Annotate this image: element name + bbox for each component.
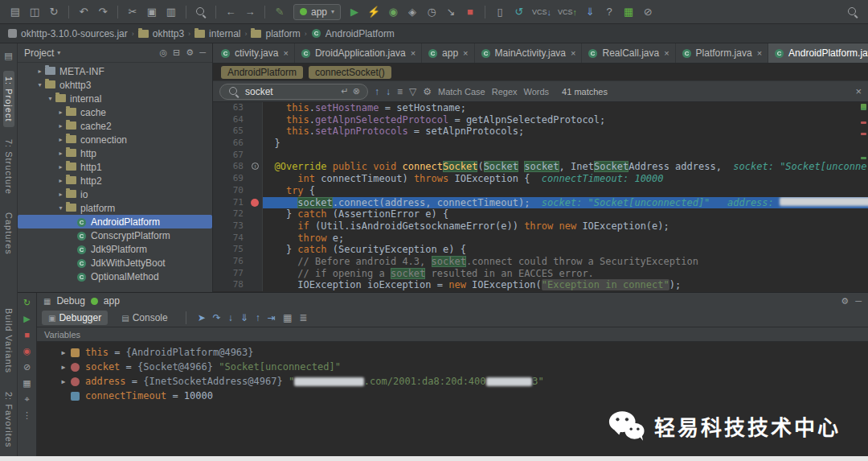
tree-item-androidplatform[interactable]: CAndroidPlatform [18,215,212,228]
editor-tab-mainactivity-java[interactable]: CMainActivity.java× [475,43,583,63]
force-step-into-icon[interactable]: ⇓ [240,312,248,323]
breakpoint-icon[interactable] [251,199,259,207]
project-panel-title[interactable]: Project [24,47,54,59]
edit-source-icon[interactable]: ✎ [271,3,289,21]
run-to-cursor-icon[interactable]: ⇥ [268,312,276,323]
stack-frames-icon[interactable]: ≣ [299,312,307,323]
error-stripe[interactable] [858,102,868,292]
tree-item-conscryptplatform[interactable]: CConscryptPlatform [18,228,212,242]
debug-title[interactable]: Debug [56,295,84,307]
evaluate-expression-icon[interactable]: ▦ [283,312,292,323]
chevron-expanded-icon[interactable]: ▾ [45,95,55,102]
chevron-collapsed-icon[interactable]: ▸ [55,191,66,198]
restore-layout-icon[interactable]: ▦ [23,378,31,388]
code-editor[interactable]: 63 this.setHostname = setHostname;64 thi… [213,102,868,292]
stripe-item-captures[interactable]: Captures [3,207,14,261]
gradle-sync-icon[interactable]: ↺ [510,3,528,21]
tree-item-platform[interactable]: ▾platform [18,201,212,215]
collapse-all-icon[interactable]: ⊟ [173,47,180,58]
breadcrumb-item[interactable]: platform [251,28,300,39]
tree-item-cache2[interactable]: ▸cache2 [18,119,212,133]
editor-tab-ctivity-java[interactable]: Cctivity.java× [215,43,295,63]
code-line[interactable]: 63 this.setHostname = setHostname; [213,102,868,114]
newline-icon[interactable]: ↵ [342,86,349,97]
tree-item-okhttp3[interactable]: ▾okhttp3 [18,78,212,92]
paste-icon[interactable]: ▥ [162,3,180,21]
settings-icon[interactable]: ⚙ [186,47,194,58]
back-icon[interactable]: ← [222,3,240,21]
variable-row[interactable]: connectTimeout = 10000 [58,389,868,403]
code-line[interactable]: 68↑ @Override public void connectSocket(… [213,161,868,173]
device-manager-icon[interactable]: ▯ [491,3,509,21]
code-line[interactable]: 64 this.getAlpnSelectedProtocol = getAlp… [213,114,868,126]
search-option-regex[interactable]: Regex [492,87,518,97]
code-line[interactable]: 66 } [213,138,868,150]
editor-tab-androidplatform-java[interactable]: CAndroidPlatform.java× [768,43,868,63]
help-icon[interactable]: ? [600,3,618,21]
sync-icon[interactable]: ↻ [45,3,63,21]
code-line[interactable]: 69 int connectTimeout) throws IOExceptio… [213,173,868,185]
filter-icon[interactable]: ▽ [409,86,416,97]
find-all-icon[interactable]: ≡ [397,86,403,97]
close-icon[interactable]: × [463,48,468,58]
search-option-match-case[interactable]: Match Case [438,87,485,97]
debug-icon[interactable]: ◉ [384,3,402,21]
debug-tab-console[interactable]: ▤Console [115,311,174,325]
close-icon[interactable]: × [664,48,669,58]
search-input[interactable]: socket↵⊗ [219,84,368,100]
stripe-item-7-structure[interactable]: 7: Structure [3,134,14,200]
chevron-collapsed-icon[interactable]: ▸ [55,177,66,184]
code-line[interactable]: 73 if (Util.isAndroidGetsocknameError(e)… [213,220,868,233]
coverage-icon[interactable]: ◈ [403,3,421,21]
mute-breakpoints-icon[interactable]: ⊘ [23,362,31,372]
code-line[interactable]: 67 [213,150,868,162]
tree-item-http2[interactable]: ▸http2 [18,174,212,187]
code-line[interactable]: 65 this.setAlpnProtocols = setAlpnProtoc… [213,126,868,138]
resume-icon[interactable]: ▶ [23,314,30,323]
step-into-icon[interactable]: ↓ [228,312,233,323]
breadcrumb-item[interactable]: CAndroidPlatform [311,28,395,39]
tree-item-http1[interactable]: ▸http1 [18,160,212,174]
apply-changes-icon[interactable]: ⚡ [365,3,383,21]
run-configuration-combo[interactable]: app▾ [293,4,341,20]
code-line[interactable]: 75 } catch (SecurityException e) { [213,244,868,256]
code-line[interactable]: 78 IOException ioException = new IOExcep… [213,279,868,291]
editor-tab-platform-java[interactable]: CPlatform.java× [676,43,768,63]
vcs-commit-icon[interactable]: VCS↑ [555,7,579,17]
tree-item-connection[interactable]: ▸connection [18,133,212,146]
chevron-collapsed-icon[interactable]: ▸ [55,136,66,143]
run-icon[interactable]: ▶ [346,3,363,21]
tree-item-optionalmethod[interactable]: COptionalMethod [18,270,212,283]
more-icon[interactable]: ⋮ [23,410,31,420]
tree-item-internal[interactable]: ▾internal [18,92,212,105]
breadcrumb-chip[interactable]: AndroidPlatform [221,66,303,79]
select-opened-file-icon[interactable]: ◎ [160,47,168,58]
breadcrumb-item[interactable]: internal [194,28,240,39]
chevron-collapsed-icon[interactable]: ▶ [58,378,69,385]
debug-tab-debugger[interactable]: ▣Debugger [42,311,108,325]
error-stripe-mark[interactable] [861,157,866,159]
view-breakpoints-icon[interactable]: ◉ [23,346,31,356]
tree-item-jdkwithjettyboot[interactable]: CJdkWithJettyBoot [18,256,212,270]
tree-item-meta-inf[interactable]: ▸META-INF [18,64,212,78]
breadcrumb-chip[interactable]: connectSocket() [309,66,391,79]
code-line[interactable]: 76 // Before android 4.3, socket.connect… [213,256,868,268]
chevron-collapsed-icon[interactable]: ▶ [58,364,69,371]
close-icon[interactable]: × [855,85,862,97]
search-option-words[interactable]: Words [524,87,550,97]
override-marker-icon[interactable]: ↑ [252,163,259,170]
undo-icon[interactable]: ↶ [75,3,92,21]
code-line[interactable]: 74 throw e; [213,233,868,245]
layout-manager-icon[interactable]: ▦ [620,3,637,21]
editor-tab-realcall-java[interactable]: CRealCall.java× [582,43,675,63]
step-over-icon[interactable]: ↷ [213,312,221,323]
variable-row[interactable]: ▶socket = {Socket@4966} "Socket[unconnec… [58,360,868,374]
step-out-icon[interactable]: ↑ [256,312,260,323]
find-icon[interactable] [192,3,210,21]
chevron-collapsed-icon[interactable]: ▸ [55,150,66,157]
hide-panel-icon[interactable]: ─ [199,47,206,58]
close-icon[interactable]: × [283,48,288,58]
forward-icon[interactable]: → [241,3,259,21]
previous-occurrence-icon[interactable]: ↑ [375,86,379,97]
tree-item-cache[interactable]: ▸cache [18,105,212,119]
